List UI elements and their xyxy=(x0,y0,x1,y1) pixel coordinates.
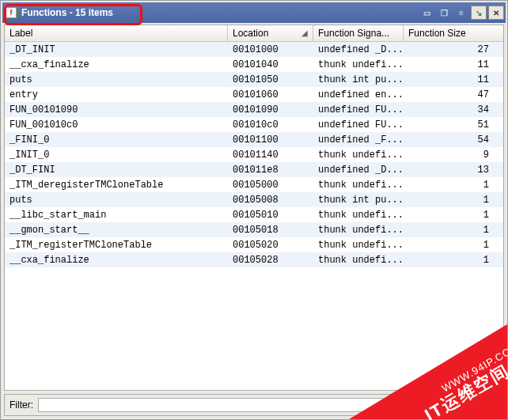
cell-signature: undefined _D... xyxy=(313,165,404,176)
table-row[interactable]: _FINI_000101100undefined _F...54 xyxy=(5,132,503,147)
cell-size: 54 xyxy=(404,134,503,146)
cell-label: _FINI_0 xyxy=(5,134,228,146)
functions-table: Label Location ◢ Function Signa... Funct… xyxy=(4,25,504,391)
cell-size: 11 xyxy=(404,59,503,70)
column-header-size-text: Function Size xyxy=(408,28,466,39)
cell-size: 1 xyxy=(404,195,503,206)
app-icon: f xyxy=(6,7,17,18)
cell-size: 1 xyxy=(404,255,503,266)
undock-button[interactable]: ↘ xyxy=(471,6,487,20)
column-header-label[interactable]: Label xyxy=(5,25,228,41)
column-header-location[interactable]: Location ◢ xyxy=(228,25,313,41)
cell-size: 27 xyxy=(404,44,503,55)
cell-label: puts xyxy=(5,195,228,206)
cell-location: 00101090 xyxy=(228,104,313,115)
cell-location: 00101100 xyxy=(228,134,313,146)
cell-label: __libc_start_main xyxy=(5,210,228,221)
cell-size: 9 xyxy=(404,149,503,161)
cell-location: 00105008 xyxy=(228,195,313,206)
filter-label: Filter: xyxy=(9,399,33,411)
cell-label: _DT_INIT xyxy=(5,44,228,55)
cell-location: 00101060 xyxy=(228,89,313,100)
cell-label: FUN_00101090 xyxy=(5,104,228,115)
table-row[interactable]: puts00101050thunk int pu...11 xyxy=(5,72,503,87)
cell-location: 00105000 xyxy=(228,180,313,191)
column-header-signature[interactable]: Function Signa... xyxy=(313,25,404,41)
cell-label: __gmon_start__ xyxy=(5,225,228,236)
table-row[interactable]: _DT_FINI001011e8undefined _D...13 xyxy=(5,162,503,177)
cell-size: 11 xyxy=(404,74,503,85)
cell-signature: thunk int pu... xyxy=(313,74,404,85)
table-row[interactable]: _ITM_deregisterTMCloneTable00105000thunk… xyxy=(5,177,503,192)
toolbar-icon-1: ▭ xyxy=(419,6,434,20)
cell-size: 47 xyxy=(404,89,503,100)
table-row[interactable]: __libc_start_main00105010thunk undefi...… xyxy=(5,207,503,222)
cell-signature: thunk int pu... xyxy=(313,195,404,206)
cell-label: __cxa_finalize xyxy=(5,59,228,70)
titlebar: f Functions - 15 items ▭ ❐ ≡ ↘ ✕ xyxy=(2,2,506,23)
cell-label: puts xyxy=(5,74,228,85)
cell-size: 1 xyxy=(404,240,503,251)
filter-clear-button[interactable]: ▾ xyxy=(483,398,499,412)
table-body[interactable]: _DT_INIT00101000undefined _D...27__cxa_f… xyxy=(5,42,503,390)
filter-bar: Filter: ▾ xyxy=(4,394,504,416)
cell-location: 00105020 xyxy=(228,240,313,251)
cell-location: 00101040 xyxy=(228,59,313,70)
functions-window: f Functions - 15 items ▭ ❐ ≡ ↘ ✕ Label L… xyxy=(0,0,508,420)
cell-location: 001011e8 xyxy=(228,165,313,176)
table-row[interactable]: FUN_001010c0001010c0undefined FU...51 xyxy=(5,117,503,132)
cell-signature: thunk undefi... xyxy=(313,210,404,221)
cell-signature: undefined _D... xyxy=(313,44,404,55)
table-row[interactable]: __gmon_start__00105018thunk undefi...1 xyxy=(5,222,503,237)
filter-input[interactable] xyxy=(38,398,478,412)
table-header: Label Location ◢ Function Signa... Funct… xyxy=(5,25,503,42)
cell-signature: thunk undefi... xyxy=(313,180,404,191)
toolbar-icon-3: ≡ xyxy=(453,6,469,20)
toolbar-icon-2: ❐ xyxy=(436,6,452,20)
cell-label: _ITM_registerTMCloneTable xyxy=(5,240,228,251)
cell-signature: undefined en... xyxy=(313,89,404,100)
cell-label: _INIT_0 xyxy=(5,149,228,161)
window-title: Functions - 15 items xyxy=(21,7,113,18)
table-row[interactable]: __cxa_finalize00101040thunk undefi...11 xyxy=(5,57,503,72)
cell-location: 00105028 xyxy=(228,255,313,266)
table-row[interactable]: _DT_INIT00101000undefined _D...27 xyxy=(5,42,503,57)
cell-label: FUN_001010c0 xyxy=(5,119,228,131)
cell-signature: thunk undefi... xyxy=(313,59,404,70)
cell-size: 1 xyxy=(404,180,503,191)
cell-signature: undefined FU... xyxy=(313,119,404,131)
cell-size: 13 xyxy=(404,165,503,176)
cell-label: _DT_FINI xyxy=(5,165,228,176)
cell-signature: undefined _F... xyxy=(313,134,404,146)
cell-location: 001010c0 xyxy=(228,119,313,131)
table-row[interactable]: puts00105008thunk int pu...1 xyxy=(5,192,503,207)
cell-size: 1 xyxy=(404,210,503,221)
column-header-signature-text: Function Signa... xyxy=(318,28,389,39)
column-header-size[interactable]: Function Size xyxy=(404,25,503,41)
cell-signature: thunk undefi... xyxy=(313,240,404,251)
cell-signature: thunk undefi... xyxy=(313,255,404,266)
column-header-location-text: Location xyxy=(233,28,268,39)
cell-size: 51 xyxy=(404,119,503,131)
cell-location: 00105010 xyxy=(228,210,313,221)
cell-signature: thunk undefi... xyxy=(313,149,404,161)
cell-label: entry xyxy=(5,89,228,100)
cell-signature: thunk undefi... xyxy=(313,225,404,236)
cell-signature: undefined FU... xyxy=(313,104,404,115)
table-row[interactable]: _ITM_registerTMCloneTable00105020thunk u… xyxy=(5,237,503,252)
cell-size: 1 xyxy=(404,225,503,236)
table-row[interactable]: entry00101060undefined en...47 xyxy=(5,87,503,102)
cell-location: 00101140 xyxy=(228,149,313,161)
close-button[interactable]: ✕ xyxy=(488,6,504,20)
table-row[interactable]: __cxa_finalize00105028thunk undefi...1 xyxy=(5,252,503,267)
column-header-label-text: Label xyxy=(9,28,32,39)
table-row[interactable]: FUN_0010109000101090undefined FU...34 xyxy=(5,102,503,117)
cell-size: 34 xyxy=(404,104,503,115)
sort-asc-icon: ◢ xyxy=(300,28,309,37)
cell-label: _ITM_deregisterTMCloneTable xyxy=(5,180,228,191)
cell-location: 00101000 xyxy=(228,44,313,55)
cell-location: 00101050 xyxy=(228,74,313,85)
cell-label: __cxa_finalize xyxy=(5,255,228,266)
table-row[interactable]: _INIT_000101140thunk undefi...9 xyxy=(5,147,503,162)
cell-location: 00105018 xyxy=(228,225,313,236)
